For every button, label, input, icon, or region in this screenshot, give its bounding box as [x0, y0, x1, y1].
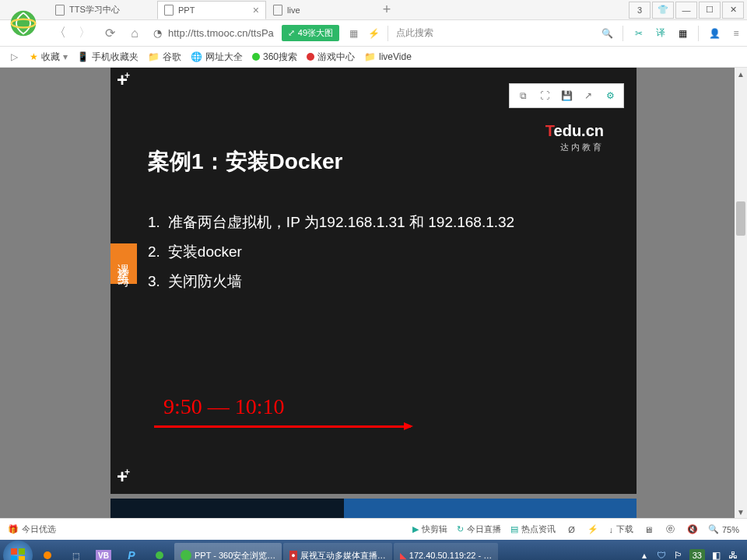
quick-edit[interactable]: ▶快剪辑 — [412, 523, 447, 535]
bb-label: 今日优选 — [22, 523, 56, 535]
minimize-button[interactable]: — — [675, 2, 697, 19]
slide: + Tedu.cn 达内教育 课堂练习 案例1：安装Docker 1.准备两台虚… — [110, 68, 637, 494]
status-bar: 🎁今日优选 ▶快剪辑 ↻今日直播 ▤热点资讯 Ø ⚡ ↓下载 🖥 ⓔ 🔇 🔍75… — [0, 518, 747, 540]
item-text: 关闭防火墙 — [168, 267, 242, 296]
bookmark-livevideo[interactable]: 📁liveVide — [364, 51, 412, 62]
compass-icon: ◔ — [151, 27, 163, 40]
bookmark-favorites[interactable]: ★收藏▾ — [30, 51, 68, 64]
reload-button[interactable]: ⟳ — [101, 25, 118, 42]
live-today[interactable]: ↻今日直播 — [457, 523, 501, 535]
settings-button[interactable]: ⚙ — [600, 87, 620, 104]
tray-network-icon[interactable]: 🖧 — [727, 549, 739, 560]
brand-logo: Tedu.cn 达内教育 — [545, 122, 604, 153]
next-slide-peek[interactable] — [110, 499, 637, 518]
bm-label: 谷歌 — [163, 51, 181, 64]
skin-button[interactable]: 👕 — [652, 2, 674, 19]
task-label: 172.40.50.119:22 - … — [409, 551, 492, 560]
bookmark-google[interactable]: 📁谷歌 — [148, 51, 181, 64]
back-button[interactable]: 〈 — [51, 25, 68, 42]
bookmark-mobile[interactable]: 📱手机收藏夹 — [77, 51, 139, 64]
bookmark-360[interactable]: 360搜索 — [252, 51, 297, 64]
tab-label: PPT — [178, 5, 195, 15]
list-item: 3.关闭防火墙 — [148, 267, 599, 296]
qi-app1[interactable] — [34, 542, 61, 560]
block-icon[interactable]: Ø — [565, 523, 577, 536]
tray-number[interactable]: 33 — [689, 549, 705, 560]
qi-p[interactable]: P — [118, 542, 145, 560]
bm-label: 网址大全 — [205, 51, 243, 64]
page-content: ⧉ ⛶ 💾 ↗ ⚙ + Tedu.cn 达内教育 课堂练习 案例1：安装Dock… — [0, 68, 747, 518]
search-icon[interactable]: 🔍 — [601, 27, 613, 40]
ie-icon[interactable]: ⓔ — [665, 523, 677, 536]
maximize-button[interactable]: ☐ — [699, 2, 721, 19]
zoom-level[interactable]: 🔍75% — [708, 524, 739, 534]
bm-label: 收藏 — [41, 51, 60, 64]
close-button[interactable]: ✕ — [722, 2, 744, 19]
task-terminal[interactable]: ◣172.40.50.119:22 - … — [394, 543, 498, 560]
qi-browser[interactable] — [146, 542, 173, 560]
scroll-down-icon[interactable]: ▼ — [735, 506, 747, 518]
copy-button[interactable]: ⧉ — [513, 87, 533, 104]
tab-count[interactable]: 3 — [629, 2, 651, 19]
zoom-text: 75% — [722, 525, 739, 534]
tab-label: live — [287, 5, 300, 15]
share-button[interactable]: ↗ — [578, 87, 598, 104]
sound-icon[interactable]: 🔇 — [686, 523, 699, 536]
item-num: 3. — [148, 267, 160, 296]
today-picks[interactable]: 🎁今日优选 — [8, 523, 56, 535]
qi-app2[interactable]: ⬚ — [62, 542, 89, 560]
bm-label: 360搜索 — [263, 51, 297, 64]
svg-rect-2 — [11, 548, 17, 555]
save-button[interactable]: 💾 — [556, 87, 577, 104]
task-media[interactable]: ●展视互动多媒体直播… — [283, 543, 391, 560]
forward-button[interactable]: 〉 — [76, 25, 93, 42]
tray-app-icon[interactable]: ◧ — [710, 549, 722, 560]
play-icon: ▶ — [412, 524, 419, 534]
bookmark-game[interactable]: 游戏中心 — [307, 51, 355, 64]
image-count-badge[interactable]: ⤢49张大图 — [282, 25, 339, 41]
accel-icon[interactable]: ⚡ — [587, 523, 599, 536]
bookmarks-bar: ▷ ★收藏▾ 📱手机收藏夹 📁谷歌 🌐网址大全 360搜索 游戏中心 📁live… — [0, 47, 747, 68]
slide-list: 1.准备两台虚拟机，IP 为192.168.1.31 和 192.168.1.3… — [148, 208, 599, 296]
play-icon[interactable]: ▷ — [8, 51, 20, 63]
tray-chevron[interactable]: ▴ — [638, 549, 651, 560]
qi-vb[interactable]: VB — [90, 542, 117, 560]
scroll-up-icon[interactable]: ▲ — [735, 68, 747, 80]
downloads[interactable]: ↓下载 — [608, 523, 633, 535]
scroll-thumb[interactable] — [736, 201, 745, 236]
scissors-icon[interactable]: ✂ — [633, 27, 645, 40]
tray-flag-icon[interactable]: 🏳 — [672, 549, 685, 560]
game-icon — [307, 53, 314, 61]
flash-icon[interactable]: ⚡ — [367, 27, 380, 40]
translate-icon[interactable]: 译 — [654, 27, 667, 40]
taskbar: ⬚ VB P PPT - 360安全浏览… ●展视互动多媒体直播… ◣172.4… — [0, 540, 747, 560]
start-button[interactable] — [3, 541, 33, 560]
zoom-icon: 🔍 — [708, 524, 719, 534]
page-icon — [273, 5, 282, 16]
task-ppt[interactable]: PPT - 360安全浏览… — [174, 543, 282, 560]
bm-label: liveVide — [379, 51, 412, 62]
new-tab-button[interactable]: + — [375, 1, 398, 19]
phone-icon: 📱 — [77, 51, 89, 62]
pc-icon[interactable]: 🖥 — [643, 523, 655, 536]
bookmark-sites[interactable]: 🌐网址大全 — [191, 51, 243, 64]
tab-ppt[interactable]: PPT× — [157, 1, 266, 19]
home-button[interactable]: ⌂ — [126, 25, 143, 42]
apps-icon[interactable]: ▦ — [676, 27, 689, 40]
titlebar: TTS学习中心 PPT× live + 3 👕 — ☐ ✕ — [0, 0, 747, 20]
separator — [388, 26, 388, 41]
browser-logo[interactable] — [0, 0, 47, 47]
qr-icon[interactable]: ▦ — [347, 27, 359, 40]
search-hint[interactable]: 点此搜索 — [396, 26, 433, 40]
login-icon[interactable]: 👤 — [708, 27, 721, 40]
menu-icon[interactable]: ≡ — [730, 27, 742, 40]
tray-shield-icon[interactable]: 🛡 — [655, 549, 668, 560]
url-box[interactable]: ◔ http://tts.tmooc.cn/ttsPa — [151, 27, 274, 40]
scrollbar-vertical[interactable]: ▲ ▼ — [735, 68, 747, 518]
tab-tts[interactable]: TTS学习中心 — [48, 1, 157, 19]
fullscreen-button[interactable]: ⛶ — [535, 87, 555, 104]
brand-subtitle: 达内教育 — [545, 142, 604, 153]
tab-live[interactable]: live — [266, 1, 375, 19]
hot-news[interactable]: ▤热点资讯 — [510, 523, 556, 535]
close-icon[interactable]: × — [253, 4, 259, 16]
